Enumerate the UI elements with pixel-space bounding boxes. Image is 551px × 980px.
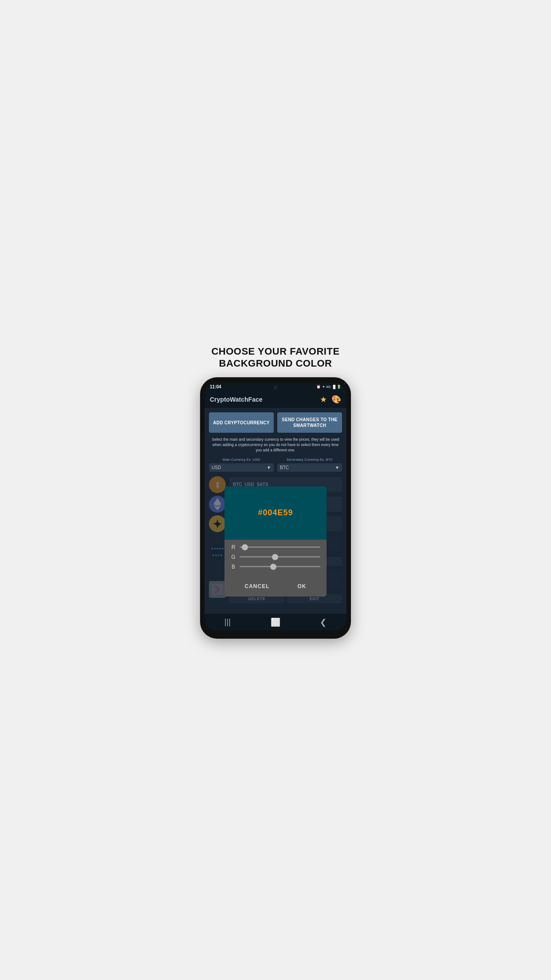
phone-frame: 11:04 ⏰ ✶ 4G ▐▌🔋 CryptoWatchFace ★ 🎨 ADD… [200,377,351,639]
app-body: ADD CRYPTOCURRENCY SEND CHANGES TO THE S… [205,408,346,614]
info-text: Select the main and secondary currency t… [209,437,342,453]
secondary-currency-value: BTC [280,465,289,470]
dialog-overlay: #004E59 R G [209,476,342,607]
app-title: CryptoWatchFace [210,396,263,403]
b-slider-thumb[interactable] [270,564,276,570]
palette-icon[interactable]: 🎨 [331,395,341,404]
r-slider-thumb[interactable] [242,544,248,550]
secondary-currency-col: Secondary Currency Ex. BTC BTC ▼ [277,458,342,472]
b-label: B [231,564,236,570]
page-heading: CHOOSE YOUR FAVORITE BACKGROUND COLOR [188,346,363,369]
nav-menu-button[interactable]: ||| [224,617,231,627]
secondary-currency-arrow: ▼ [335,465,339,470]
secondary-currency-label: Secondary Currency Ex. BTC [277,458,342,462]
nav-bar: ||| ⬜ ❮ [205,614,346,631]
g-slider-thumb[interactable] [272,554,278,560]
action-buttons-row: ADD CRYPTOCURRENCY SEND CHANGES TO THE S… [209,412,342,433]
main-currency-value: USD [212,465,221,470]
currency-row: Main Currency Ex. USD USD ▼ Secondary Cu… [209,458,342,472]
page-wrapper: CHOOSE YOUR FAVORITE BACKGROUND COLOR 11… [184,337,367,643]
cancel-button[interactable]: CANCEL [238,581,277,591]
status-icons: ⏰ ✶ 4G ▐▌🔋 [316,385,341,389]
add-cryptocurrency-button[interactable]: ADD CRYPTOCURRENCY [209,412,274,433]
nav-home-button[interactable]: ⬜ [271,617,280,627]
g-label: G [231,554,236,560]
b-slider-track [240,566,320,567]
status-time: 11:04 [210,384,221,389]
secondary-currency-select[interactable]: BTC ▼ [277,463,342,472]
r-label: R [231,544,236,550]
app-header: CryptoWatchFace ★ 🎨 [205,391,346,408]
crypto-list-area: ₿ BTC USD SATS [209,476,342,607]
dialog-buttons: CANCEL OK [224,578,327,597]
g-slider-row: G [231,554,320,560]
ok-button[interactable]: OK [291,581,314,591]
main-currency-col: Main Currency Ex. USD USD ▼ [209,458,274,472]
main-currency-select[interactable]: USD ▼ [209,463,274,472]
b-slider-row: B [231,564,320,570]
r-slider-track [240,546,320,548]
color-hex-value: #004E59 [258,508,293,518]
main-currency-arrow: ▼ [267,465,271,470]
send-changes-button[interactable]: SEND CHANGES TO THE SMARTWATCH [277,412,342,433]
r-slider-row: R [231,544,320,550]
camera-notch [273,385,278,390]
sliders-area: R G [224,540,327,578]
color-preview-area: #004E59 [224,486,327,540]
nav-back-button[interactable]: ❮ [320,617,327,627]
color-picker-dialog: #004E59 R G [224,486,327,597]
header-icons: ★ 🎨 [320,395,341,404]
phone-screen: 11:04 ⏰ ✶ 4G ▐▌🔋 CryptoWatchFace ★ 🎨 ADD… [205,383,346,631]
g-slider-track [240,556,320,557]
star-icon[interactable]: ★ [320,395,327,404]
main-currency-label: Main Currency Ex. USD [209,458,274,462]
